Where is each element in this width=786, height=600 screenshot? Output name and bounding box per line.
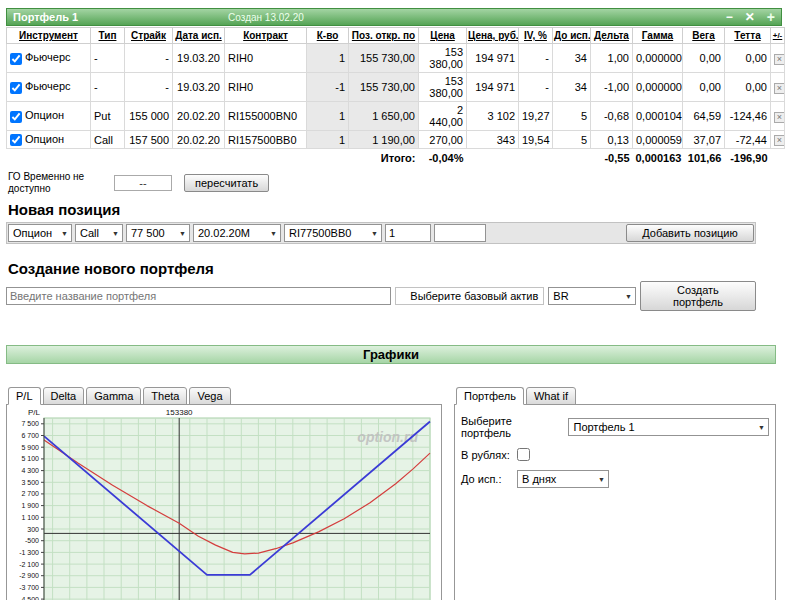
- option-side-value: Call: [80, 227, 99, 239]
- cell-gamma: 0,000000: [633, 44, 683, 73]
- cell-open-at: 1 650,00: [349, 102, 419, 131]
- svg-text:1 100: 1 100: [21, 514, 39, 521]
- cell-type: Call: [91, 131, 125, 149]
- cell-open-at: 155 730,00: [349, 73, 419, 102]
- cell-contract: RI155000BN0: [225, 102, 307, 131]
- col-theta[interactable]: Тетта: [725, 28, 771, 44]
- tab-theta[interactable]: Theta: [143, 387, 187, 405]
- tab-portfolio[interactable]: Портфель: [456, 387, 524, 405]
- remove-row-icon[interactable]: ×: [774, 83, 785, 94]
- col-contract[interactable]: Контракт: [225, 28, 307, 44]
- rub-checkbox[interactable]: [517, 448, 530, 461]
- days-select[interactable]: В днях: [517, 470, 609, 488]
- option-side-select[interactable]: Call: [75, 224, 123, 242]
- cell-theta: -124,46: [725, 102, 771, 131]
- contract-select[interactable]: RI77500BB0: [284, 224, 382, 242]
- tab-whatif[interactable]: What if: [526, 387, 576, 405]
- svg-text:4 300: 4 300: [21, 467, 39, 474]
- col-vega[interactable]: Вега: [683, 28, 725, 44]
- cell-days: 34: [553, 73, 591, 102]
- create-portfolio-row: Выберите базовый актив BR Создать портфе…: [6, 281, 756, 311]
- col-strike[interactable]: Страйк: [125, 28, 173, 44]
- minimize-icon[interactable]: −: [726, 10, 733, 24]
- cell-price: 153 380,00: [419, 73, 467, 102]
- col-price[interactable]: Цена: [419, 28, 467, 44]
- svg-text:-4 500: -4 500: [19, 596, 39, 600]
- chart-panel: P/L Delta Gamma Theta Vega 7 5006 7005 9…: [6, 386, 442, 600]
- portfolio-name-input[interactable]: [6, 287, 391, 305]
- cell-days: 34: [553, 44, 591, 73]
- tab-gamma[interactable]: Gamma: [86, 387, 141, 405]
- col-qty[interactable]: К-во: [307, 28, 349, 44]
- cell-remove: ×: [771, 73, 785, 102]
- col-expiry[interactable]: Дата исп.: [173, 28, 225, 44]
- base-asset-label: Выберите базовый актив: [395, 287, 544, 305]
- tab-delta[interactable]: Delta: [43, 387, 85, 405]
- col-iv[interactable]: IV, %: [519, 28, 553, 44]
- cell-vega: 0,00: [683, 44, 725, 73]
- col-instrument[interactable]: Инструмент: [7, 28, 91, 44]
- cell-price: 270,00: [419, 131, 467, 149]
- svg-text:-2 900: -2 900: [19, 572, 39, 579]
- cell-delta: 0,13: [591, 131, 633, 149]
- contract-value: RI77500BB0: [289, 227, 351, 239]
- remove-row-icon[interactable]: ×: [774, 54, 785, 65]
- table-row: Фьючерс - - 19.03.20 RIH0 -1 155 730,00 …: [7, 73, 785, 102]
- col-remove: +/-: [771, 28, 785, 44]
- totals-theta: -196,90: [725, 149, 771, 168]
- tab-pl[interactable]: P/L: [8, 387, 41, 405]
- cell-iv: 19,54: [519, 131, 553, 149]
- add-position-button[interactable]: Добавить позицию: [626, 224, 754, 242]
- cell-iv: 19,27: [519, 102, 553, 131]
- add-icon[interactable]: +: [767, 10, 775, 24]
- cell-instrument: Фьючерс: [7, 73, 91, 102]
- quantity-input[interactable]: [385, 224, 431, 242]
- cell-delta: -0,68: [591, 102, 633, 131]
- portfolio-select-row: Выберите портфель Портфель 1: [461, 415, 769, 439]
- col-delta[interactable]: Дельта: [591, 28, 633, 44]
- recalc-button[interactable]: пересчитать: [184, 174, 269, 192]
- instrument-type-select[interactable]: Опцион: [8, 224, 72, 242]
- cell-iv: -: [519, 73, 553, 102]
- col-days[interactable]: До исп.: [553, 28, 591, 44]
- instrument-type-value: Опцион: [13, 227, 52, 239]
- row-checkbox[interactable]: [10, 82, 22, 94]
- row-checkbox[interactable]: [10, 134, 22, 146]
- col-price-rub[interactable]: Цена, руб.: [467, 28, 519, 44]
- svg-text:5 900: 5 900: [21, 444, 39, 451]
- col-open-at[interactable]: Поз. откр. по: [349, 28, 419, 44]
- svg-text:1 900: 1 900: [21, 502, 39, 509]
- col-gamma[interactable]: Гамма: [633, 28, 683, 44]
- remove-row-icon[interactable]: ×: [774, 135, 785, 146]
- totals-open-pct: -0,04%: [419, 149, 467, 168]
- remove-row-icon[interactable]: ×: [774, 112, 785, 123]
- cell-gamma: 0,000000: [633, 73, 683, 102]
- totals-gamma: 0,000163: [633, 149, 683, 168]
- price-input[interactable]: [434, 224, 486, 242]
- tab-vega[interactable]: Vega: [189, 387, 230, 405]
- row-checkbox[interactable]: [10, 111, 22, 123]
- cell-price-rub: 194 971: [467, 73, 519, 102]
- window-controls: − ✕ +: [726, 10, 775, 24]
- create-portfolio-button[interactable]: Создать портфель: [640, 281, 756, 311]
- cell-strike: -: [125, 73, 173, 102]
- cell-remove: ×: [771, 131, 785, 149]
- days-row: До исп.: В днях: [461, 470, 769, 488]
- days-select-value: В днях: [522, 473, 556, 485]
- col-type[interactable]: Тип: [91, 28, 125, 44]
- pl-chart-svg: 7 5006 7005 9005 1004 3003 5002 7001 900…: [8, 406, 436, 600]
- table-header-row: Инструмент Тип Страйк Дата исп. Контракт…: [7, 28, 785, 44]
- rub-label: В рублях:: [461, 449, 511, 461]
- rub-row: В рублях:: [461, 448, 769, 461]
- strike-select[interactable]: 77 500: [126, 224, 190, 242]
- pl-chart: 7 5006 7005 9005 1004 3003 5002 7001 900…: [6, 404, 442, 600]
- svg-text:-2 100: -2 100: [19, 561, 39, 568]
- expiry-select[interactable]: 20.02.20M: [193, 224, 281, 242]
- portfolio-select[interactable]: Портфель 1: [568, 418, 769, 436]
- cell-type: Put: [91, 102, 125, 131]
- cell-iv: -: [519, 44, 553, 73]
- cell-qty: 1: [307, 131, 349, 149]
- close-icon[interactable]: ✕: [745, 10, 755, 24]
- row-checkbox[interactable]: [10, 53, 22, 65]
- base-asset-select[interactable]: BR: [548, 287, 636, 305]
